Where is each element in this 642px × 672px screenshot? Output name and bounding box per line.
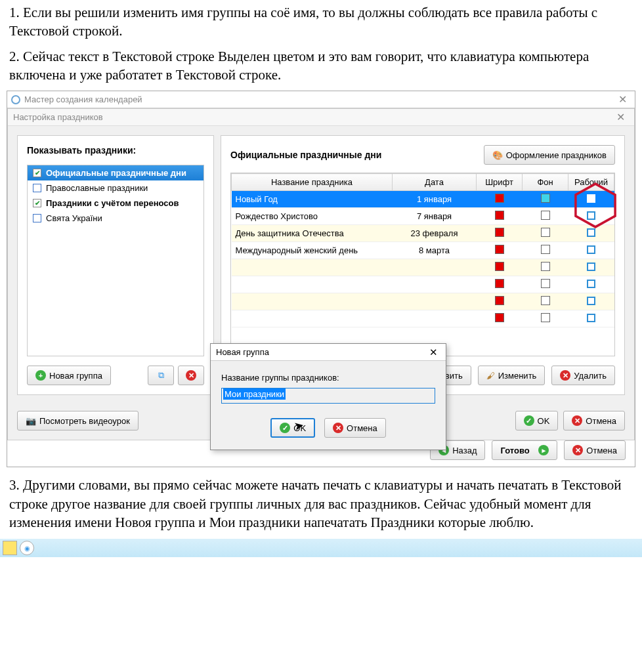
category-item-orthodox[interactable]: Православные праздники	[28, 180, 203, 196]
table-row[interactable]	[232, 276, 614, 293]
cell-name	[232, 259, 393, 276]
done-button[interactable]: Готово	[492, 440, 557, 460]
checkbox-icon[interactable]	[33, 169, 41, 177]
camera-icon: 📷	[26, 416, 36, 426]
color-swatch	[541, 279, 550, 288]
titlebar: Мастер создания календарей ✕	[7, 91, 635, 108]
close-icon[interactable]: ✕	[427, 346, 440, 358]
cell-bg[interactable]	[523, 225, 568, 242]
video-tutorial-button[interactable]: 📷Посмотреть видеоурок	[17, 411, 139, 430]
button-label: Оформление праздников	[506, 150, 607, 160]
cell-font[interactable]	[477, 242, 523, 259]
copy-icon: ⧉	[158, 370, 164, 381]
table-row[interactable]: День защитника Отечества23 февраля	[232, 225, 614, 242]
category-label: Праздники с учётом переносов	[46, 198, 179, 208]
x-icon: ✕	[572, 415, 582, 426]
arrow-right-icon	[538, 445, 549, 455]
plus-icon: +	[35, 370, 46, 381]
category-item-ukraine[interactable]: Свята України	[28, 211, 203, 226]
holidays-heading: Официальные праздничные дни	[230, 150, 381, 160]
decorate-button[interactable]: 🎨Оформление праздников	[484, 145, 615, 165]
delete-button[interactable]: ✕Удалить	[551, 366, 615, 385]
cell-work[interactable]	[568, 310, 614, 327]
checkbox-icon[interactable]	[33, 214, 41, 222]
cell-font[interactable]	[477, 208, 523, 225]
category-item-official[interactable]: Официальные праздничные дни	[28, 165, 203, 180]
table-row[interactable]	[232, 310, 614, 327]
table-row[interactable]	[232, 259, 614, 276]
cell-bg[interactable]	[523, 191, 568, 208]
copy-button[interactable]: ⧉	[148, 366, 174, 385]
button-label: Изменить	[498, 371, 537, 381]
ok-button[interactable]: ✓OK	[515, 411, 559, 430]
col-date[interactable]: Дата	[392, 174, 476, 191]
cell-work[interactable]	[568, 276, 614, 293]
edit-button[interactable]: 🖌Изменить	[478, 366, 546, 385]
table-row[interactable]: Рождество Христово7 января	[232, 208, 614, 225]
checkbox-icon	[587, 228, 595, 237]
subwindow-titlebar: Настройка праздников ✕	[8, 109, 634, 126]
color-swatch	[541, 228, 550, 237]
cell-font[interactable]	[477, 259, 523, 276]
button-label: OK	[538, 416, 550, 426]
table-row[interactable]	[232, 293, 614, 310]
checkbox-icon[interactable]	[33, 199, 41, 207]
cell-bg[interactable]	[523, 293, 568, 310]
dialog-title: Новая группа	[216, 347, 269, 357]
delete-category-button[interactable]: ✕	[178, 366, 204, 385]
cell-bg[interactable]	[523, 242, 568, 259]
color-swatch	[541, 245, 550, 254]
cell-font[interactable]	[477, 191, 523, 208]
taskbar: ◉	[0, 539, 642, 557]
color-swatch	[541, 194, 550, 203]
cell-work[interactable]	[568, 259, 614, 276]
cell-bg[interactable]	[523, 310, 568, 327]
cell-date: 7 января	[392, 208, 476, 225]
col-bg[interactable]: Фон	[523, 174, 568, 191]
checkbox-icon	[587, 314, 595, 322]
cell-font[interactable]	[477, 225, 523, 242]
check-icon: ✓	[524, 415, 534, 426]
taskbar-app-icon[interactable]: ◉	[20, 541, 34, 555]
table-row[interactable]: Международный женский день8 марта	[232, 242, 614, 259]
new-group-dialog: Новая группа ✕ Название группы празднико…	[210, 343, 446, 450]
check-icon: ✓	[280, 423, 290, 433]
palette-icon: 🎨	[492, 150, 503, 160]
table-row[interactable]: Новый Год1 января	[232, 191, 614, 208]
button-label: Посмотреть видеоурок	[39, 416, 130, 426]
cell-date	[392, 276, 476, 293]
col-name[interactable]: Название праздника	[232, 174, 393, 191]
dialog-titlebar: Новая группа ✕	[211, 344, 446, 361]
close-icon[interactable]: ✕	[612, 111, 629, 123]
button-label: Готово	[500, 446, 529, 455]
category-label: Свята України	[46, 213, 102, 223]
category-list: Официальные праздничные дни Православные…	[27, 165, 204, 356]
cell-date: 8 марта	[392, 242, 476, 259]
color-swatch	[495, 194, 504, 203]
cell-font[interactable]	[477, 293, 523, 310]
cell-bg[interactable]	[523, 276, 568, 293]
col-font[interactable]: Шрифт	[477, 174, 523, 191]
close-icon[interactable]: ✕	[614, 93, 631, 106]
cell-date	[392, 310, 476, 327]
cell-name: Рождество Христово	[232, 208, 393, 225]
cancel-wizard-button[interactable]: ✕Отмена	[564, 440, 626, 460]
checkbox-icon[interactable]	[33, 184, 41, 192]
cancel-button[interactable]: ✕Отмена	[563, 411, 625, 430]
cell-font[interactable]	[477, 310, 523, 327]
dialog-cancel-button[interactable]: ✕Отмена	[324, 418, 386, 438]
instruction-3: 3. Другими словами, вы прямо сейчас може…	[0, 472, 642, 535]
cell-work[interactable]	[568, 293, 614, 310]
checkbox-icon	[587, 245, 595, 254]
cell-font[interactable]	[477, 276, 523, 293]
category-item-transfers[interactable]: Праздники с учётом переносов	[28, 196, 203, 211]
taskbar-app-icon[interactable]	[3, 541, 17, 555]
group-name-input[interactable]: Мои праздники	[221, 388, 435, 404]
category-label: Православные праздники	[46, 183, 148, 193]
color-swatch	[541, 296, 550, 305]
new-group-button[interactable]: +Новая группа	[27, 366, 111, 385]
cell-bg[interactable]	[523, 259, 568, 276]
instruction-2: 2. Сейчас текст в Текстовой строке Выдел…	[0, 44, 642, 88]
cell-bg[interactable]	[523, 208, 568, 225]
cell-work[interactable]	[568, 242, 614, 259]
